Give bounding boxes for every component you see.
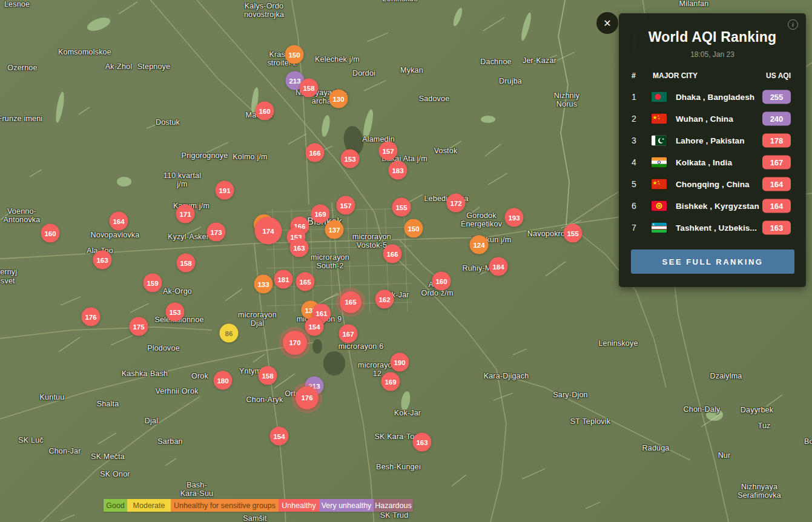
ranking-row-5[interactable]: 5★★★Chongqing , China164 [619, 173, 806, 195]
map-label: Prigorognoye [182, 151, 228, 160]
ranking-row-4[interactable]: 4Kolkata , India167 [619, 151, 806, 173]
see-full-ranking-button[interactable]: SEE FULL RANKING [631, 249, 794, 274]
aqi-marker[interactable]: 133 [254, 275, 273, 294]
aqi-marker[interactable]: 166 [306, 144, 325, 162]
aqi-marker[interactable]: 154 [305, 317, 324, 336]
aqi-marker[interactable]: 174 [255, 217, 282, 245]
aqi-marker[interactable]: 158 [259, 366, 277, 385]
ranking-row-7[interactable]: 7Tashkent , Uzbekis...163 [619, 217, 806, 239]
map-label: Tuz [758, 421, 771, 430]
aqi-marker[interactable]: 180 [214, 371, 233, 390]
aqi-marker[interactable]: 193 [505, 208, 524, 227]
flag-in-icon [652, 157, 667, 168]
ranking-row-6[interactable]: 6Bishkek , Kyrgyzstan164 [619, 195, 806, 217]
flag-bd-icon [652, 92, 667, 102]
aqi-marker[interactable]: 191 [216, 181, 234, 200]
flag-uz-icon [652, 223, 667, 233]
aqi-marker[interactable]: 157 [379, 142, 398, 160]
map-label: Chon-Daly [684, 405, 721, 414]
aqi-marker[interactable]: 183 [389, 161, 408, 180]
aqi-marker[interactable]: 160 [432, 272, 451, 291]
aqi-marker[interactable]: 162 [375, 290, 394, 309]
aqi-marker[interactable]: 124 [470, 236, 489, 254]
map-label: SK Onor [100, 470, 130, 478]
rank-number: 4 [632, 157, 636, 167]
map-label: SK Mečta [91, 452, 125, 461]
ranking-row-2[interactable]: 2★★★Wuhan , China240 [619, 108, 806, 130]
info-icon[interactable]: i [788, 19, 798, 30]
legend-unhealthy: Unhealthy [279, 499, 319, 512]
aqi-marker[interactable]: 173 [207, 223, 226, 242]
map-label: Kyzyl-Asker [168, 233, 209, 241]
aqi-marker[interactable]: 137 [325, 220, 344, 239]
ranking-row-1[interactable]: 1Dhaka , Bangladesh255 [619, 86, 806, 108]
aqi-marker[interactable]: 176 [295, 386, 319, 409]
aqi-badge: 163 [762, 221, 791, 235]
aqi-marker[interactable]: 154 [270, 427, 289, 446]
city-name: Bishkek , Kyrgyzstan [676, 202, 759, 211]
close-icon[interactable]: ✕ [596, 12, 618, 34]
map-label: Chon-Jar [48, 447, 81, 455]
ranking-row-3[interactable]: 3★Lahore , Pakistan178 [619, 130, 806, 151]
aqi-marker[interactable]: 86 [220, 324, 239, 343]
aqi-marker[interactable]: 159 [144, 274, 162, 292]
map-label: Ozernoe [7, 64, 37, 72]
aqi-marker[interactable]: 153 [166, 303, 185, 322]
city-name: Chongqing , China [676, 180, 750, 189]
map-label: Kolmo j/m [233, 153, 267, 161]
aqi-marker[interactable]: 184 [489, 257, 508, 276]
map-label: Jer-Kazar [523, 56, 556, 65]
aqi-marker[interactable]: 167 [339, 325, 358, 343]
aqi-marker[interactable]: 150 [285, 45, 304, 64]
aqi-badge: 164 [762, 199, 791, 213]
flag-cn-icon: ★★★ [652, 179, 667, 190]
map-label: Milanfan [679, 0, 709, 8]
aqi-marker[interactable]: 175 [130, 317, 148, 336]
map-label: Orok [191, 372, 208, 380]
aqi-marker[interactable]: 160 [41, 224, 60, 243]
map-label: Lesnoe [4, 0, 30, 8]
rank-number: 5 [632, 179, 636, 189]
aqi-marker[interactable]: 160 [256, 102, 274, 121]
aqi-marker[interactable]: 155 [392, 198, 411, 217]
aqi-marker[interactable]: 158 [300, 79, 319, 97]
aqi-marker[interactable]: 155 [564, 224, 583, 243]
aqi-marker[interactable]: 171 [176, 205, 195, 223]
aqi-badge: 167 [762, 156, 791, 170]
map-label: Kara-Djigach [484, 372, 529, 380]
aqi-marker[interactable]: 169 [311, 205, 330, 223]
aqi-marker[interactable]: 181 [274, 270, 293, 289]
aqi-marker[interactable]: 163 [290, 239, 309, 257]
aqi-marker[interactable]: 166 [383, 245, 402, 263]
map-label: Dayyrbek [741, 406, 773, 414]
aqi-marker[interactable]: 163 [413, 433, 432, 452]
aqi-badge: 255 [762, 90, 791, 104]
column-header-aqi: US AQI [766, 71, 791, 80]
column-header-rank: # [632, 71, 636, 80]
aqi-marker[interactable]: 172 [447, 194, 466, 213]
map-label: Djal [145, 417, 158, 425]
panel-timestamp: 18:05, Jan 23 [619, 50, 806, 59]
flag-kg-icon [652, 201, 667, 211]
aqi-marker[interactable]: 190 [391, 353, 409, 372]
aqi-marker[interactable]: 150 [404, 219, 423, 238]
aqi-marker[interactable]: 153 [341, 150, 360, 168]
aqi-marker[interactable]: 157 [337, 196, 355, 215]
map-label: Frunze imeni [0, 114, 42, 123]
map-label: Sary-Djon [553, 391, 587, 399]
rank-number: 2 [632, 114, 636, 124]
aqi-marker[interactable]: 164 [110, 212, 128, 231]
map-label: Dachnoe [480, 58, 511, 66]
aqi-marker[interactable]: 130 [329, 90, 348, 108]
city-name: Kolkata , India [676, 158, 732, 167]
aqi-marker[interactable]: 169 [381, 372, 400, 391]
map-label: NizhnyayaSerafimovka [738, 483, 781, 500]
aqi-marker[interactable]: 163 [93, 251, 112, 269]
aqi-marker[interactable]: 165 [296, 273, 315, 291]
map-label: microrayonDjal [238, 311, 277, 328]
city-name: Lahore , Pakistan [676, 136, 745, 145]
aqi-marker[interactable]: 158 [177, 254, 196, 273]
aqi-marker[interactable]: 165 [340, 291, 361, 313]
aqi-marker[interactable]: 176 [82, 308, 101, 326]
aqi-marker[interactable]: 170 [283, 331, 307, 355]
